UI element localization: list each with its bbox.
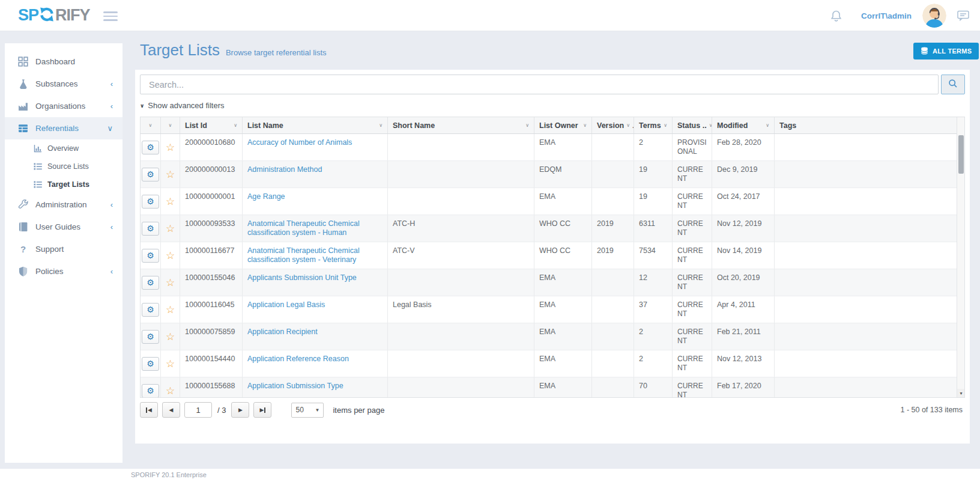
col-header-list-id[interactable]: List Id∨ — [180, 117, 243, 133]
cell-status: CURRENT — [673, 269, 712, 296]
sidebar-item-organisations[interactable]: Organisations ‹ — [5, 95, 122, 117]
cell-list-name-link[interactable]: Anatomical Therapeutic Chemical classifi… — [243, 242, 388, 269]
row-settings-button[interactable]: ⚙ — [142, 303, 159, 317]
menu-toggle-icon[interactable] — [103, 11, 118, 23]
col-header-list-owner[interactable]: List Owner∨ — [534, 117, 592, 133]
first-page-button[interactable]: ◀ — [140, 402, 158, 418]
next-page-button[interactable]: ▶ — [231, 402, 249, 418]
row-settings-button[interactable]: ⚙ — [142, 384, 159, 398]
col-header-list-name[interactable]: List Name∨ — [243, 117, 388, 133]
cell-list-name-link[interactable]: Application Legal Basis — [243, 296, 388, 323]
items-per-page-select[interactable]: 50 ▼ — [291, 403, 324, 418]
sidebar-item-policies[interactable]: Policies ‹ — [5, 260, 122, 282]
favorite-star-icon[interactable]: ☆ — [166, 278, 175, 288]
cell-list-name-link[interactable]: Application Submission Type — [243, 377, 388, 398]
sidebar-subitem-label: Overview — [47, 144, 79, 153]
table-row: ⚙ ☆ 100000154440 Application Reference R… — [141, 350, 964, 377]
page-number-input[interactable] — [184, 402, 212, 418]
search-input[interactable] — [140, 75, 939, 94]
gear-icon: ⚙ — [147, 278, 154, 287]
favorite-star-icon[interactable]: ☆ — [166, 332, 175, 342]
scrollbar-thumb[interactable] — [958, 135, 964, 174]
col-header-version[interactable]: Version∨.. — [592, 117, 634, 133]
cell-short-name — [388, 269, 534, 296]
sidebar-item-user-guides[interactable]: User Guides ‹ — [5, 216, 122, 238]
cell-version: 2019 — [592, 215, 634, 242]
feedback-chat-icon[interactable] — [957, 10, 969, 21]
col-header-short-name[interactable]: Short Name∨ — [388, 117, 534, 133]
table-row: ⚙ ☆ 100000155046 Applicants Submission U… — [141, 269, 964, 296]
show-advanced-filters-toggle[interactable]: ∨ Show advanced filters — [140, 101, 248, 110]
table-row: ⚙ ☆ 100000093533 Anatomical Therapeutic … — [141, 215, 964, 242]
favorite-star-icon[interactable]: ☆ — [166, 386, 175, 396]
cell-short-name: Legal Basis — [388, 296, 534, 323]
cell-list-id: 100000116045 — [180, 296, 243, 323]
favorite-star-icon[interactable]: ☆ — [166, 169, 175, 180]
row-settings-button[interactable]: ⚙ — [142, 276, 159, 290]
notifications-bell-icon[interactable] — [830, 10, 842, 22]
cell-version — [592, 161, 634, 188]
shield-icon — [18, 266, 28, 276]
sidebar-item-dashboard[interactable]: Dashboard — [5, 50, 122, 73]
favorite-star-icon[interactable]: ☆ — [166, 224, 175, 234]
col-header-actions[interactable]: ∨ — [141, 117, 161, 133]
table-scrollbar[interactable]: ▾ — [957, 117, 964, 397]
cell-list-name-link[interactable]: Applicants Submission Unit Type — [243, 269, 388, 296]
gear-icon: ⚙ — [147, 386, 154, 395]
cell-list-name-link[interactable]: Application Reference Reason — [243, 350, 388, 377]
cell-terms: 6311 — [634, 215, 673, 242]
sidebar-item-administration[interactable]: Administration ‹ — [5, 194, 122, 216]
cell-list-name-link[interactable]: Anatomical Therapeutic Chemical classifi… — [243, 215, 388, 242]
search-button[interactable] — [941, 75, 965, 94]
book-icon — [18, 222, 28, 232]
cell-list-name-link[interactable]: Administration Method — [243, 161, 388, 188]
row-settings-button[interactable]: ⚙ — [142, 168, 159, 181]
row-settings-button[interactable]: ⚙ — [142, 249, 159, 263]
table-row: ⚙ ☆ 100000000001 Age Range EMA 19 CURREN… — [141, 188, 964, 215]
favorite-star-icon[interactable]: ☆ — [166, 305, 175, 315]
cell-terms: 12 — [634, 269, 673, 296]
row-settings-button[interactable]: ⚙ — [142, 222, 159, 236]
database-icon — [921, 47, 928, 56]
cell-list-name-link[interactable]: Accuracy of Number of Animals — [243, 134, 388, 160]
cell-list-name-link[interactable]: Application Recipient — [243, 323, 388, 350]
cell-version — [592, 323, 634, 350]
col-header-tags[interactable]: Tags∨ — [775, 117, 964, 133]
col-header-terms[interactable]: Terms∨ — [634, 117, 673, 133]
row-settings-button[interactable]: ⚙ — [142, 141, 159, 154]
favorite-star-icon[interactable]: ☆ — [166, 251, 175, 261]
cell-list-id: 100000075859 — [180, 323, 243, 350]
last-page-button[interactable]: ▶ — [253, 402, 271, 418]
sidebar-item-label: Support — [35, 245, 64, 254]
sidebar-item-support[interactable]: ? Support — [5, 238, 122, 260]
cell-list-name-link[interactable]: Age Range — [243, 188, 388, 215]
favorite-star-icon[interactable]: ☆ — [166, 142, 175, 153]
all-terms-button[interactable]: ALL TERMS — [913, 43, 979, 59]
current-user-label[interactable]: CorrIT\admin — [861, 11, 912, 20]
cell-list-id: 200000010680 — [180, 134, 243, 160]
user-avatar[interactable] — [922, 4, 946, 28]
chevron-down-icon: ∨ — [140, 103, 144, 109]
list-icon — [34, 180, 42, 189]
favorite-star-icon[interactable]: ☆ — [166, 197, 175, 207]
previous-page-button[interactable]: ◀ — [162, 402, 180, 418]
sidebar-subitem-source-lists[interactable]: Source Lists — [5, 157, 122, 175]
sidebar-item-referentials[interactable]: Referentials ∨ — [5, 117, 122, 139]
sidebar-item-substances[interactable]: Substances ‹ — [5, 73, 122, 95]
sidebar-subitem-overview[interactable]: Overview — [5, 139, 122, 157]
cell-modified: Oct 20, 2019 — [712, 269, 775, 296]
row-settings-button[interactable]: ⚙ — [142, 357, 159, 371]
chevron-down-icon: ∨ — [107, 124, 113, 133]
col-header-favorite[interactable]: ∨ — [161, 117, 180, 133]
scrollbar-down-arrow[interactable]: ▾ — [957, 389, 965, 397]
col-header-modified[interactable]: Modified∨ — [712, 117, 775, 133]
cell-list-owner: EMA — [534, 188, 592, 215]
content-card: ∨ Show advanced filters ∨ ∨ List Id∨ Lis… — [135, 70, 970, 444]
table-row: ⚙ ☆ 100000075859 Application Recipient E… — [141, 323, 964, 350]
favorite-star-icon[interactable]: ☆ — [166, 359, 175, 369]
col-header-status[interactable]: Status ..∨ — [673, 117, 712, 133]
caret-down-icon: ▼ — [315, 407, 320, 413]
sidebar-subitem-target-lists[interactable]: Target Lists — [5, 175, 122, 194]
row-settings-button[interactable]: ⚙ — [142, 195, 159, 209]
row-settings-button[interactable]: ⚙ — [142, 330, 159, 344]
